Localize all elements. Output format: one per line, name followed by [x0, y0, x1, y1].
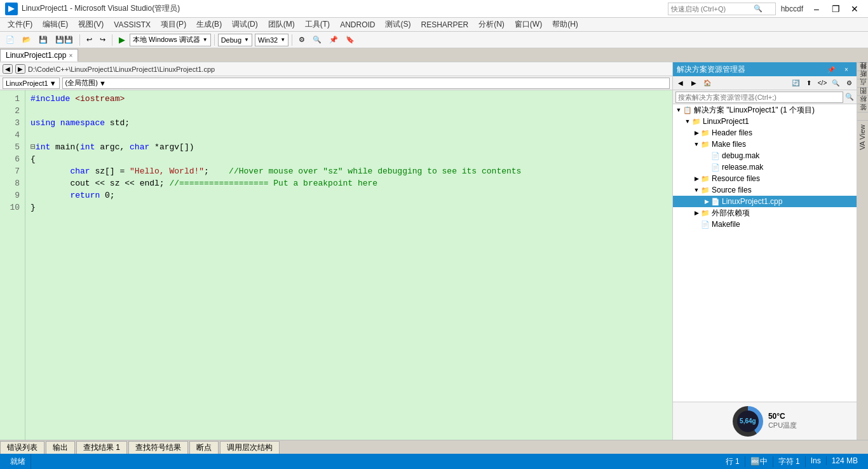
tree-node-makefiles[interactable]: ▼ 📁 Make files	[673, 139, 857, 150]
tb-open[interactable]: 📂	[19, 34, 34, 46]
menu-view[interactable]: 视图(V)	[73, 18, 109, 31]
path-back-button[interactable]: ◀	[3, 64, 13, 74]
menu-build[interactable]: 生成(B)	[191, 18, 227, 31]
tb-undo[interactable]: ↩	[83, 34, 95, 46]
tree-node-linuxproject1cpp[interactable]: ▶ 📄 LinuxProject1.cpp	[673, 196, 857, 207]
tree-node-externaldeps[interactable]: ▶ 📁 外部依赖项	[673, 207, 857, 219]
cpu-info: 50°C CPU温度	[768, 412, 797, 430]
search-icon: 🔍	[754, 4, 763, 13]
tree-node-releasemak[interactable]: 📄 release.mak	[673, 161, 857, 173]
menu-vassistx[interactable]: VASSISTX	[109, 19, 156, 31]
se-home-btn[interactable]: 🏠	[701, 78, 714, 89]
project-scope-label: LinuxProject1	[6, 79, 48, 87]
tb-extra4[interactable]: 🔖	[342, 34, 358, 46]
se-collapse-btn[interactable]: ⬆	[803, 78, 815, 89]
restore-button[interactable]: ❐	[827, 3, 844, 15]
se-back-btn[interactable]: ◀	[674, 78, 687, 89]
tree-node-sourcefiles[interactable]: ▼ 📁 Source files	[673, 184, 857, 196]
btab-errorlist[interactable]: 错误列表	[0, 441, 44, 454]
btab-findresults1[interactable]: 查找结果 1	[76, 441, 127, 454]
menu-team[interactable]: 团队(M)	[263, 18, 300, 31]
tab-bar: LinuxProject1.cpp ×	[0, 48, 868, 62]
config-dropdown[interactable]: Debug ▼	[218, 34, 252, 46]
tb-play[interactable]: ▶	[116, 33, 128, 46]
se-pin-button[interactable]: 📌	[825, 64, 837, 75]
menu-analyze[interactable]: 分析(N)	[473, 18, 510, 31]
debug-target-dropdown[interactable]: 本地 Windows 调试器 ▼	[130, 34, 211, 46]
status-row: 行 1	[721, 456, 745, 467]
far-right-tab-point[interactable]: 点	[857, 87, 868, 95]
solution-search-bar: 🔍	[673, 90, 857, 104]
tree-node-solution[interactable]: ▼ 📋 解决方案 "LinuxProject1" (1 个项目)	[673, 104, 857, 116]
se-forward-btn[interactable]: ▶	[688, 78, 700, 89]
cpu-temp: 50°C	[768, 412, 797, 421]
svg-marker-0	[8, 6, 15, 12]
quick-search-box[interactable]: 🔍	[668, 3, 776, 15]
tab-close-icon[interactable]: ×	[69, 52, 72, 59]
tb-extra2[interactable]: 🔍	[309, 34, 325, 46]
menu-resharper[interactable]: RESHARPER	[416, 19, 473, 31]
editor-path-bar: ◀ ▶ D:\Code\C++\LinuxProject1\LinuxProje…	[0, 62, 672, 76]
line-numbers: 1 2 3 4 5 6 7 8 9 10	[0, 90, 25, 440]
project-scope-dropdown[interactable]: LinuxProject1 ▼	[3, 78, 60, 89]
title-bar: LinuxProject1 - Microsoft Visual Studio(…	[0, 0, 868, 18]
se-settings-btn[interactable]: ⚙	[843, 78, 855, 89]
tb-saveall[interactable]: 💾💾	[52, 34, 76, 46]
status-ready: 就绪	[5, 454, 31, 469]
far-right-tab-comment[interactable]: 注释	[857, 71, 868, 79]
menu-test[interactable]: 测试(S)	[380, 18, 416, 31]
toolbar-sep-3	[214, 34, 215, 46]
path-forward-button[interactable]: ▶	[15, 64, 25, 74]
tb-save[interactable]: 💾	[36, 34, 51, 46]
tb-new[interactable]: 📄	[3, 34, 18, 46]
title-text: LinuxProject1 - Microsoft Visual Studio(…	[22, 3, 668, 14]
menu-window[interactable]: 窗口(W)	[510, 18, 547, 31]
menu-file[interactable]: 文件(F)	[3, 18, 37, 31]
menu-android[interactable]: ANDROID	[335, 19, 380, 31]
cpu-widget: 5,64g 50°C CPU温度	[673, 402, 857, 440]
close-button[interactable]: ✕	[846, 3, 863, 15]
status-memory: 124 MB	[827, 456, 863, 465]
far-right-tab-break[interactable]: 断	[857, 79, 868, 87]
far-right-tab-sign[interactable]: 签	[857, 112, 868, 120]
far-right-panel: 调整 注释 断 点 图 标 签 VA View	[857, 62, 868, 440]
tb-extra1[interactable]: ⚙	[295, 34, 308, 46]
solution-search-input[interactable]	[675, 92, 843, 103]
solution-explorer-header: 解决方案资源管理器 📌 ×	[673, 62, 857, 76]
btab-output[interactable]: 输出	[46, 441, 75, 454]
menu-help[interactable]: 帮助(H)	[547, 18, 583, 31]
se-code-btn[interactable]: </>	[816, 78, 829, 89]
toolbar: 📄 📂 💾 💾💾 ↩ ↪ ▶ 本地 Windows 调试器 ▼ Debug ▼ …	[0, 32, 868, 48]
global-scope-dropdown[interactable]: (全局范围) ▼	[62, 78, 670, 89]
tree-node-linuxproject1[interactable]: ▼ 📁 LinuxProject1	[673, 116, 857, 127]
code-editor[interactable]: 1 2 3 4 5 6 7 8 9 10 #include <iostream>…	[0, 90, 672, 440]
tab-label: LinuxProject1.cpp	[6, 51, 66, 60]
btab-callstack[interactable]: 调用层次结构	[220, 441, 280, 454]
code-content[interactable]: #include <iostream> using namespace std;…	[25, 90, 672, 440]
se-filter-btn[interactable]: 🔍	[829, 78, 842, 89]
platform-dropdown[interactable]: Win32 ▼	[255, 34, 288, 46]
far-right-tab-adjust[interactable]: 调整	[857, 62, 868, 71]
editor-tab-linuxproject1[interactable]: LinuxProject1.cpp ×	[0, 49, 78, 62]
tree-node-debugmak[interactable]: 📄 debug.mak	[673, 150, 857, 161]
menu-edit[interactable]: 编辑(E)	[37, 18, 73, 31]
tree-node-headerfiles[interactable]: ▶ 📁 Header files	[673, 127, 857, 139]
far-right-tab-bookmark[interactable]: 图	[857, 95, 868, 104]
tb-extra3[interactable]: 📌	[326, 34, 341, 46]
btab-breakpoints[interactable]: 断点	[189, 441, 219, 454]
search-icon: 🔍	[845, 93, 854, 101]
minimize-button[interactable]: –	[808, 3, 825, 15]
solution-explorer-toolbar: ◀ ▶ 🏠 🔄 ⬆ </> 🔍 ⚙	[673, 76, 857, 90]
quick-search-input[interactable]	[671, 5, 754, 13]
se-refresh-btn[interactable]: 🔄	[789, 78, 802, 89]
tree-node-makefile[interactable]: 📄 Makefile	[673, 219, 857, 230]
btab-findsymbol[interactable]: 查找符号结果	[128, 441, 188, 454]
se-close-button[interactable]: ×	[840, 64, 853, 75]
menu-project[interactable]: 项目(P)	[156, 18, 191, 31]
menu-tools[interactable]: 工具(T)	[300, 18, 335, 31]
menu-debug[interactable]: 调试(D)	[227, 18, 263, 31]
tree-node-resourcefiles[interactable]: ▶ 📁 Resource files	[673, 173, 857, 184]
far-right-tab-tag[interactable]: 标	[857, 104, 868, 112]
far-right-tab-vaview[interactable]: VA View	[857, 120, 868, 154]
tb-redo[interactable]: ↪	[97, 34, 109, 46]
